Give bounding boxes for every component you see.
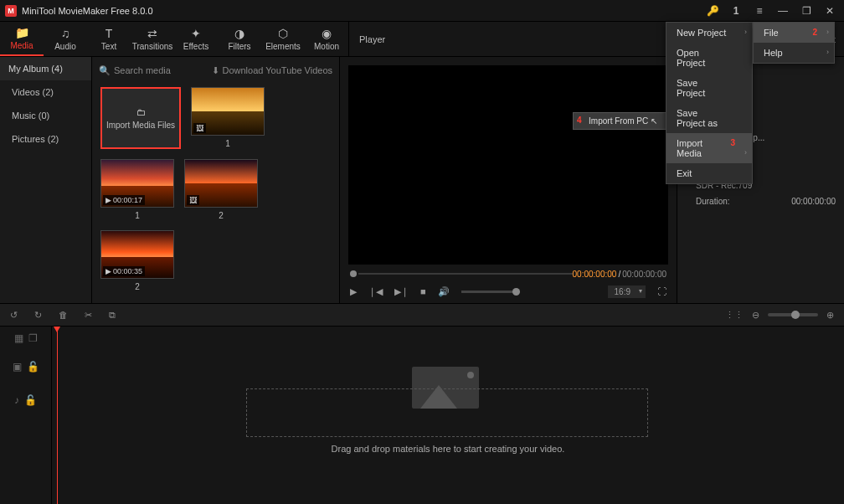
audio-track-icon[interactable]: ♪ <box>14 394 19 406</box>
main-menu: New Project› Open Project Save Project S… <box>666 22 753 184</box>
zoom-out-button[interactable]: ⊖ <box>752 310 759 321</box>
thumb-wrap: 🖼 2 <box>184 159 258 220</box>
minimize-button[interactable]: — <box>775 5 790 17</box>
menu-label: Save Project as <box>677 108 718 128</box>
playhead[interactable] <box>57 327 58 504</box>
image-badge-icon: 🖼 <box>187 195 199 205</box>
time-sep: / <box>618 270 620 279</box>
sidebar-item-music[interactable]: Music (0) <box>0 104 91 127</box>
thumb-label: 2 <box>219 211 224 220</box>
track-header-video: ▣🔓 <box>0 350 51 383</box>
media-thumbs: 🗀 Import Media Files 🖼 1 ▶00:00:17 1 🖼 2… <box>92 84 339 295</box>
crop-button[interactable]: ⧉ <box>109 310 116 321</box>
track-header: ▦❐ <box>0 327 51 350</box>
fullscreen-icon[interactable]: ⛶ <box>657 286 666 296</box>
play-button[interactable]: ▶ <box>350 286 357 297</box>
download-youtube[interactable]: ⬇ Download YouTube Videos <box>212 65 333 76</box>
download-label: Download YouTube Videos <box>223 65 333 75</box>
media-thumb[interactable]: ▶00:00:17 <box>100 159 174 208</box>
sidebar-item-videos[interactable]: Videos (2) <box>0 80 91 104</box>
media-panel: 🔍 Search media ⬇ Download YouTube Videos… <box>92 57 340 303</box>
tab-label: Filters <box>228 42 250 51</box>
marker-2: 2 <box>812 28 817 37</box>
player-area: 4 Import From PC ↖ 00:00:00:00 / 00:00:0… <box>340 57 677 303</box>
thumb-wrap: 🖼 1 <box>191 87 265 149</box>
menu-label: Import Media <box>677 138 702 158</box>
submenu-file[interactable]: File2› <box>754 23 834 43</box>
undo-button[interactable]: ↺ <box>10 310 18 321</box>
tab-text[interactable]: TText <box>87 22 131 56</box>
duration-text: 00:00:17 <box>113 196 142 204</box>
maximize-button[interactable]: ❐ <box>799 5 814 17</box>
search-media[interactable]: 🔍 Search media <box>99 65 207 76</box>
zoom-knob[interactable] <box>791 311 800 319</box>
close-button[interactable]: ✕ <box>822 5 837 17</box>
album-header: My Album (4) <box>0 57 91 80</box>
menu-label: Save Project <box>677 78 705 98</box>
menu-save-project-as[interactable]: Save Project as <box>666 103 752 133</box>
timeline-body[interactable]: Drag and drop materials here to start cr… <box>52 327 844 504</box>
tab-label: Transitions <box>132 42 173 51</box>
zoom-slider[interactable] <box>768 313 818 316</box>
menu-import-media[interactable]: Import Media3› <box>666 133 752 163</box>
lock-icon[interactable]: 🔓 <box>24 394 37 406</box>
tooltip-label: Import From PC <box>589 116 648 126</box>
titlebar: M MiniTool MovieMaker Free 8.0.0 🔑 1 ≡ —… <box>0 0 844 22</box>
copy-icon[interactable]: ❐ <box>28 332 38 344</box>
zoom-in-button[interactable]: ⊕ <box>826 310 834 321</box>
tab-elements[interactable]: ⬡Elements <box>261 22 305 56</box>
time-display: 00:00:00:00 / 00:00:00:00 <box>573 270 666 279</box>
key-icon[interactable]: 🔑 <box>705 5 720 17</box>
tab-transitions[interactable]: ⇄Transitions <box>131 22 174 56</box>
next-button[interactable]: ▶❘ <box>394 286 409 297</box>
layers-icon[interactable]: ▦ <box>14 332 23 344</box>
menu-open-project[interactable]: Open Project <box>666 43 752 73</box>
album-sidebar: My Album (4) Videos (2) Music (0) Pictur… <box>0 57 92 303</box>
transitions-icon: ⇄ <box>147 27 157 40</box>
delete-button[interactable]: 🗑 <box>59 310 68 320</box>
thumb-label: 1 <box>225 139 230 148</box>
menu-save-project[interactable]: Save Project <box>666 73 752 103</box>
hamburger-icon[interactable]: ≡ <box>752 5 767 17</box>
tooltip-import-from-pc[interactable]: 4 Import From PC ↖ <box>573 112 668 130</box>
track-header-audio: ♪🔓 <box>0 383 51 417</box>
marker-1: 1 <box>728 5 744 17</box>
seek-track[interactable] <box>358 273 573 275</box>
player-label: Player <box>359 34 385 44</box>
volume-slider[interactable] <box>461 291 520 293</box>
seek-knob[interactable] <box>350 270 357 277</box>
volume-icon[interactable]: 🔊 <box>438 286 450 297</box>
folder-icon: 🗀 <box>136 107 146 117</box>
video-track-icon[interactable]: ▣ <box>13 361 22 373</box>
timeline-toolbar: ↺ ↻ 🗑 ✂ ⧉ ⋮⋮ ⊖ ⊕ <box>0 303 844 327</box>
tab-motion[interactable]: ◉Motion <box>305 22 348 56</box>
prev-button[interactable]: ❘◀ <box>368 286 383 297</box>
video-icon: ▶ <box>106 267 111 275</box>
sidebar-item-pictures[interactable]: Pictures (2) <box>0 127 91 151</box>
menu-new-project[interactable]: New Project› <box>666 23 752 43</box>
media-thumb[interactable]: ▶00:00:35 <box>100 230 174 279</box>
stop-button[interactable]: ■ <box>420 286 426 296</box>
tab-effects[interactable]: ✦Effects <box>174 22 218 56</box>
drop-zone[interactable] <box>246 388 648 437</box>
aspect-ratio-select[interactable]: 16:9 <box>608 285 646 298</box>
tab-label: Effects <box>183 42 208 51</box>
menu-exit[interactable]: Exit <box>666 163 752 183</box>
import-media-tile[interactable]: 🗀 Import Media Files <box>100 87 181 149</box>
marker-tool-icon[interactable]: ⋮⋮ <box>725 310 744 321</box>
submenu-help[interactable]: Help› <box>754 43 834 63</box>
tab-filters[interactable]: ◑Filters <box>218 22 261 56</box>
prop-duration-label: Duration: <box>696 197 730 206</box>
cut-button[interactable]: ✂ <box>85 310 92 321</box>
media-thumb[interactable]: 🖼 <box>184 159 258 208</box>
media-thumb[interactable]: 🖼 <box>191 87 265 136</box>
tool-tabs: 📁Media ♫Audio TText ⇄Transitions ✦Effect… <box>0 22 348 56</box>
seek-bar[interactable]: 00:00:00:00 / 00:00:00:00 <box>350 268 666 280</box>
redo-button[interactable]: ↻ <box>34 310 42 321</box>
lock-icon[interactable]: 🔓 <box>27 361 39 373</box>
tab-media[interactable]: 📁Media <box>0 22 44 56</box>
tab-label: Motion <box>314 42 339 51</box>
tab-audio[interactable]: ♫Audio <box>44 22 87 56</box>
duration-badge: ▶00:00:17 <box>103 195 145 205</box>
download-icon: ⬇ <box>212 65 219 76</box>
